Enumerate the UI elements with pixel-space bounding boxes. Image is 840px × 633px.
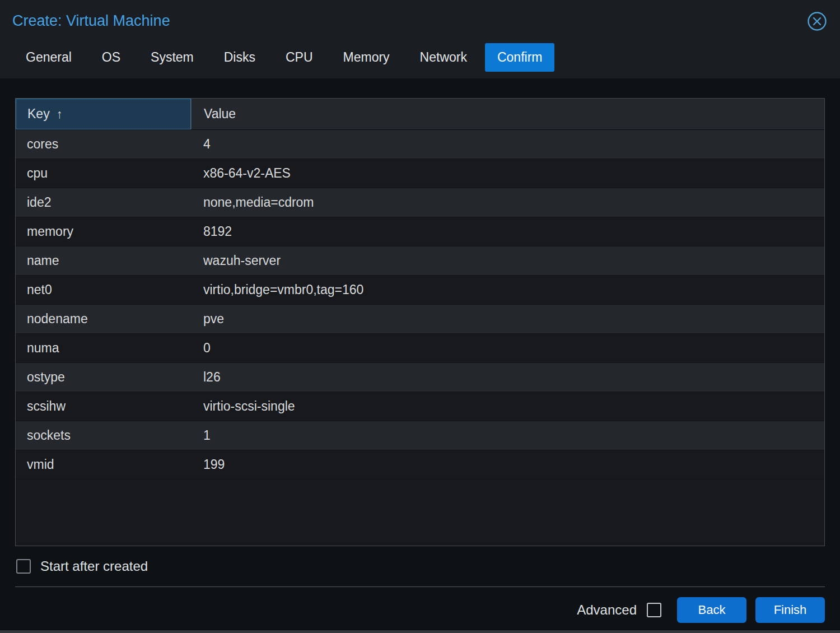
row-value-cell: pve — [191, 305, 824, 333]
row-value-cell: none,media=cdrom — [191, 188, 824, 217]
finish-button[interactable]: Finish — [755, 597, 825, 623]
advanced-label: Advanced — [577, 602, 637, 618]
tab-disks[interactable]: Disks — [212, 43, 268, 72]
advanced-checkbox[interactable] — [647, 603, 661, 617]
table-row[interactable]: vmid199 — [16, 450, 824, 480]
row-key-cell: name — [16, 246, 191, 275]
row-value-cell: virtio,bridge=vmbr0,tag=160 — [191, 276, 824, 304]
row-key-cell: numa — [16, 334, 191, 362]
table-body: cores4cpux86-64-v2-AESide2none,media=cdr… — [16, 130, 824, 546]
dialog-header: Create: Virtual Machine — [0, 0, 840, 42]
sort-ascending-icon: ↑ — [57, 107, 63, 122]
tab-network[interactable]: Network — [408, 43, 479, 72]
close-icon[interactable] — [806, 11, 828, 32]
dialog-footer: Advanced Back Finish — [0, 587, 840, 633]
row-key-cell: cpu — [16, 159, 191, 188]
tab-memory[interactable]: Memory — [331, 43, 402, 72]
confirm-summary-table: Key ↑ Value cores4cpux86-64-v2-AESide2no… — [15, 98, 825, 546]
row-key-cell: vmid — [16, 450, 191, 479]
row-key-cell: memory — [16, 217, 191, 246]
column-header-key[interactable]: Key ↑ — [16, 99, 191, 129]
column-header-value[interactable]: Value — [191, 99, 824, 129]
tab-confirm[interactable]: Confirm — [485, 43, 555, 72]
row-key-cell: cores — [16, 130, 191, 159]
tab-general[interactable]: General — [13, 43, 84, 72]
back-button[interactable]: Back — [677, 597, 746, 623]
row-key-cell: ide2 — [16, 188, 191, 217]
table-row[interactable]: nodenamepve — [16, 305, 824, 334]
tab-system[interactable]: System — [138, 43, 206, 72]
tab-bar: GeneralOSSystemDisksCPUMemoryNetworkConf… — [0, 42, 840, 78]
table-row[interactable]: ostypel26 — [16, 363, 824, 392]
table-row[interactable]: ide2none,media=cdrom — [16, 188, 824, 217]
row-value-cell: x86-64-v2-AES — [191, 159, 824, 188]
close-circle-glyph — [806, 11, 828, 32]
table-row[interactable]: sockets1 — [16, 421, 824, 450]
table-row[interactable]: numa0 — [16, 334, 824, 363]
row-key-cell: scsihw — [16, 392, 191, 421]
column-header-value-label: Value — [204, 106, 236, 122]
table-row[interactable]: net0virtio,bridge=vmbr0,tag=160 — [16, 276, 824, 305]
table-row[interactable]: memory8192 — [16, 217, 824, 246]
start-after-created-label: Start after created — [40, 558, 148, 574]
dialog-title: Create: Virtual Machine — [12, 12, 806, 30]
table-row[interactable]: scsihwvirtio-scsi-single — [16, 392, 824, 421]
table-header: Key ↑ Value — [16, 99, 824, 130]
tab-os[interactable]: OS — [90, 43, 133, 72]
start-after-created-checkbox[interactable] — [16, 559, 31, 574]
dialog-body: Key ↑ Value cores4cpux86-64-v2-AESide2no… — [0, 78, 840, 587]
start-after-created-row: Start after created — [15, 546, 825, 587]
table-row[interactable]: cpux86-64-v2-AES — [16, 159, 824, 188]
row-value-cell: wazuh-server — [191, 246, 824, 275]
column-header-key-label: Key — [27, 106, 50, 122]
tab-cpu[interactable]: CPU — [273, 43, 325, 72]
row-value-cell: virtio-scsi-single — [191, 392, 824, 421]
row-value-cell: 1 — [191, 421, 824, 450]
row-key-cell: net0 — [16, 276, 191, 304]
row-value-cell: 0 — [191, 334, 824, 362]
table-row[interactable]: namewazuh-server — [16, 246, 824, 276]
table-row[interactable]: cores4 — [16, 130, 824, 159]
row-key-cell: sockets — [16, 421, 191, 450]
row-value-cell: 4 — [191, 130, 824, 159]
row-value-cell: 8192 — [191, 217, 824, 246]
row-key-cell: ostype — [16, 363, 191, 392]
create-vm-dialog: Create: Virtual Machine GeneralOSSystemD… — [0, 0, 840, 633]
row-value-cell: l26 — [191, 363, 824, 392]
row-key-cell: nodename — [16, 305, 191, 333]
row-value-cell: 199 — [191, 450, 824, 479]
